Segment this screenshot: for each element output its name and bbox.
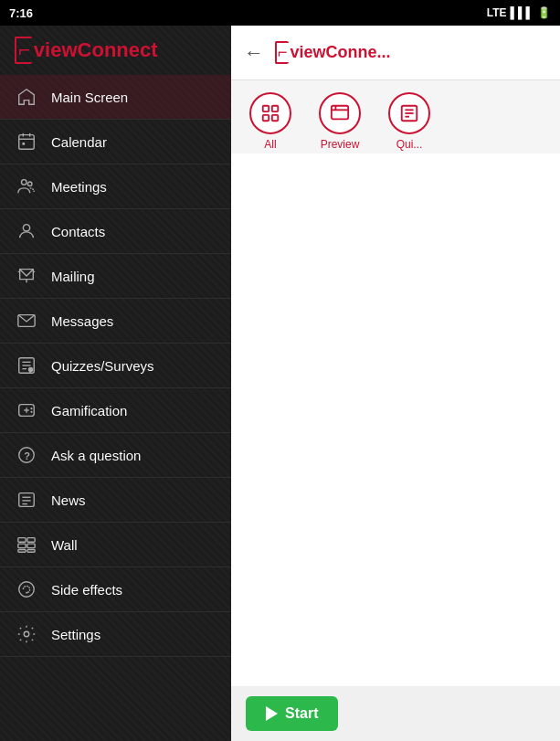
tab-preview-icon [319,92,361,134]
svg-rect-26 [18,538,26,543]
lte-label: LTE [487,6,507,19]
sidebar-item-ask-question[interactable]: ? Ask a question [0,433,231,478]
sidebar-label-side-effects: Side effects [51,582,122,598]
sidebar-label-calendar: Calendar [51,134,107,150]
sidebar-label-gamification: Gamification [51,403,127,418]
svg-rect-4 [22,143,25,145]
svg-text:?: ? [29,368,32,373]
start-button[interactable]: Start [246,696,338,731]
sidebar-item-mailing[interactable]: Mailing [0,254,231,299]
tabs-row: All Preview [231,80,560,153]
svg-point-6 [27,182,32,186]
right-logo-bracket-icon: ⌐ [275,41,289,64]
svg-point-32 [19,582,35,598]
sidebar-item-side-effects[interactable]: Side effects [0,567,231,612]
sidebar-nav: Main Screen Calendar Meetings [0,75,231,741]
ask-icon: ? [15,443,38,467]
main-layout: ⌐viewConnect Main Screen Calendar [0,26,560,741]
sidebar-logo-suffix: Connect [78,38,158,61]
svg-rect-36 [272,106,278,111]
sidebar-item-gamification[interactable]: Gamification [0,388,231,433]
status-bar: 7:16 LTE ▌▌▌ 🔋 [0,0,560,26]
sidebar: ⌐viewConnect Main Screen Calendar [0,26,231,741]
sidebar-label-messages: Messages [51,313,113,329]
right-logo: ⌐viewConne... [275,41,391,64]
tab-preview-label: Preview [321,138,360,151]
sidebar-label-contacts: Contacts [51,224,105,239]
envelope-icon [15,309,38,333]
tab-preview[interactable]: Preview [310,87,370,156]
svg-rect-38 [272,115,278,121]
sidebar-label-wall: Wall [51,537,78,553]
wall-icon [15,533,38,556]
start-label: Start [285,705,318,722]
quizzes-icon: ? [15,354,38,377]
sidebar-label-meetings: Meetings [51,179,107,195]
tab-all[interactable]: All [240,87,301,156]
svg-point-19 [30,411,32,413]
sidebar-item-settings[interactable]: Settings [0,612,231,657]
tab-all-icon [249,92,291,134]
sidebar-label-news: News [51,492,86,508]
sidebar-label-settings: Settings [51,627,100,642]
person-icon [15,219,38,243]
start-area: Start [231,686,560,741]
right-header: ← ⌐viewConne... [231,26,560,80]
sidebar-label-quizzes: Quizzes/Surveys [51,358,154,374]
gamification-icon [15,398,38,422]
svg-text:?: ? [24,450,30,461]
side-effects-icon [15,577,38,601]
status-indicators: LTE ▌▌▌ 🔋 [487,6,551,19]
right-panel: ← ⌐viewConne... All [231,26,560,741]
sidebar-logo-prefix: view [34,38,78,61]
tab-quiz[interactable]: Qui... [379,87,439,156]
svg-rect-27 [27,538,35,543]
news-icon [15,488,38,512]
gear-icon [15,622,38,646]
logo-bracket-icon: ⌐ [15,37,32,64]
calendar-icon [15,130,38,153]
svg-rect-35 [263,106,269,111]
play-icon [266,706,278,721]
svg-point-34 [24,631,29,637]
meetings-icon [15,175,38,198]
tab-quiz-label: Qui... [396,138,423,151]
sidebar-header: ⌐viewConnect [0,26,231,75]
home-icon [15,85,38,109]
tab-quiz-icon [388,92,430,134]
sidebar-item-wall[interactable]: Wall [0,523,231,567]
back-button[interactable]: ← [244,41,264,65]
svg-rect-0 [19,135,35,150]
sidebar-item-calendar[interactable]: Calendar [0,120,231,164]
sidebar-item-messages[interactable]: Messages [0,299,231,344]
svg-rect-37 [263,115,269,121]
content-area [231,153,560,686]
signal-icon: ▌▌▌ [510,6,534,19]
svg-rect-31 [27,550,35,553]
sidebar-logo: ⌐viewConnect [15,37,158,64]
sidebar-item-contacts[interactable]: Contacts [0,209,231,254]
sidebar-label-mailing: Mailing [51,269,95,284]
status-time: 7:16 [9,6,33,20]
sidebar-item-main-screen[interactable]: Main Screen [0,75,231,120]
tab-all-label: All [264,138,276,151]
right-logo-prefix: view [291,43,326,61]
sidebar-label-main-screen: Main Screen [51,90,128,105]
svg-point-18 [30,408,32,409]
right-logo-suffix: Conne... [326,43,391,61]
sidebar-label-ask-question: Ask a question [51,448,141,463]
svg-point-33 [26,592,27,594]
svg-rect-29 [27,544,35,548]
battery-icon: 🔋 [537,6,551,19]
svg-rect-28 [18,544,26,548]
svg-rect-39 [332,106,348,120]
mailing-icon [15,264,38,288]
sidebar-item-quizzes[interactable]: ? Quizzes/Surveys [0,344,231,388]
sidebar-item-meetings[interactable]: Meetings [0,164,231,209]
svg-point-5 [22,180,27,185]
svg-rect-30 [18,550,26,553]
sidebar-item-news[interactable]: News [0,478,231,523]
svg-point-7 [23,225,29,231]
